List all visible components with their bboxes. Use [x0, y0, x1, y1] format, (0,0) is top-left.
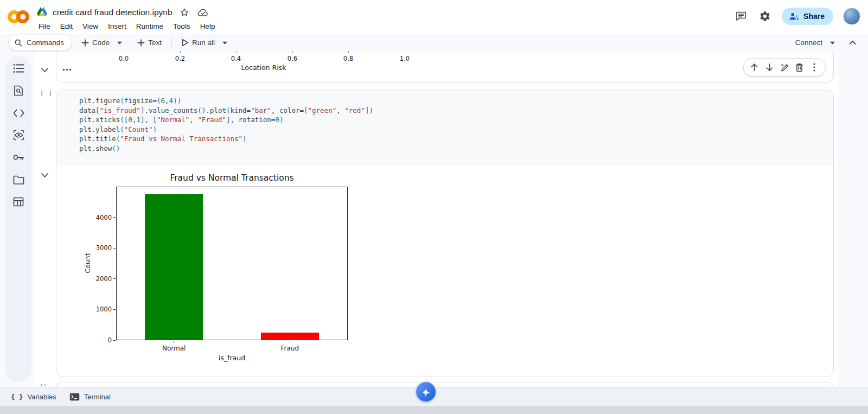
run-all-label: Run all: [192, 39, 215, 47]
add-text-button[interactable]: Text: [133, 36, 166, 49]
chart-y-tick-label: 4000: [63, 214, 112, 221]
gemini-spark-icon: [422, 387, 431, 397]
share-button[interactable]: Share: [782, 8, 833, 25]
delete-cell-icon[interactable]: [793, 61, 806, 74]
add-code-caret[interactable]: [114, 39, 125, 47]
chart-x-tick-label: Fraud: [257, 345, 322, 352]
notebook-content: 0.0 0.2 0.4 0.6 0.8 1.0 Location Risk: [34, 52, 838, 387]
move-cell-down-icon[interactable]: [763, 61, 776, 74]
chart-ylabel: Count: [84, 253, 92, 273]
chart-y-tick-mark: [113, 278, 116, 279]
find-replace-icon[interactable]: [9, 85, 28, 97]
chevron-up-icon: [849, 40, 856, 45]
commands-label: Commands: [27, 39, 64, 47]
chart-y-tick-label: 3000: [63, 244, 112, 252]
secrets-key-icon[interactable]: [9, 151, 28, 163]
add-code-label: Code: [92, 39, 110, 47]
prev-chart-xtick: 0.0: [119, 55, 129, 62]
code-cell: plt.figure(figsize=(6,4))data["is_fraud"…: [56, 90, 834, 377]
next-cell-partial: [56, 383, 834, 387]
chart-x-tick-mark: [174, 341, 174, 343]
connect-button[interactable]: Connect: [791, 36, 827, 49]
menu-insert[interactable]: Insert: [103, 21, 131, 32]
comments-icon[interactable]: [734, 9, 748, 23]
drive-icon: [37, 7, 47, 18]
chart-x-tick-label: Normal: [142, 345, 207, 352]
prev-chart-xtick: 0.8: [343, 55, 353, 62]
chart-title: Fraud vs Normal Transactions: [116, 173, 348, 183]
colab-logo[interactable]: [8, 9, 31, 24]
left-sidebar: [5, 62, 31, 208]
prev-chart-xtick: 0.6: [288, 55, 297, 62]
settings-gear-icon[interactable]: [758, 9, 772, 23]
terminal-button[interactable]: Terminal: [63, 387, 117, 406]
commands-search[interactable]: Commands: [9, 35, 72, 50]
star-icon[interactable]: [178, 6, 191, 19]
chart-y-tick-mark: [113, 217, 116, 218]
variable-inspector-eye-icon[interactable]: [9, 129, 28, 141]
variables-label: Variables: [28, 393, 56, 401]
toolbar-divider: [171, 37, 172, 48]
collapse-prev-output-chevron-icon[interactable]: [39, 65, 50, 75]
share-people-icon: [788, 12, 799, 21]
chevron-down-icon: [830, 41, 835, 44]
collapse-header-button[interactable]: [846, 38, 859, 47]
variables-braces-icon: { }: [11, 393, 23, 401]
chart-y-tick-mark: [113, 340, 116, 341]
window-bottom-strip: [0, 406, 868, 414]
plus-icon: [81, 39, 89, 47]
move-cell-up-icon[interactable]: [748, 61, 761, 74]
chart-y-tick-label: 1000: [63, 305, 112, 313]
prev-chart-xtick: 0.2: [175, 55, 185, 62]
add-code-button[interactable]: Code: [77, 36, 114, 49]
search-icon: [14, 39, 23, 47]
chart-bar: [145, 194, 203, 340]
code-editor[interactable]: plt.figure(figsize=(6,4))data["is_fraud"…: [56, 90, 833, 164]
menu-edit[interactable]: Edit: [55, 21, 78, 32]
avatar[interactable]: [843, 8, 860, 25]
chart-y-tick-mark: [113, 248, 116, 249]
variables-button[interactable]: { } Variables: [4, 387, 63, 406]
data-table-icon[interactable]: [9, 196, 28, 208]
run-all-button[interactable]: Run all: [177, 36, 219, 49]
more-cell-actions-icon[interactable]: [808, 61, 821, 74]
add-text-label: Text: [148, 39, 162, 47]
run-cell-button[interactable]: [ ]: [40, 90, 53, 97]
chart-xlabel: is_fraud: [116, 354, 348, 362]
plus-icon: [137, 39, 145, 47]
notebook-body: 0.0 0.2 0.4 0.6 0.8 1.0 Location Risk: [0, 52, 868, 387]
menu-tools[interactable]: Tools: [168, 21, 195, 32]
terminal-icon: [69, 393, 80, 401]
notebook-title[interactable]: credit card fraud detection.ipynb: [53, 8, 173, 17]
files-folder-icon[interactable]: [9, 174, 28, 186]
run-all-caret[interactable]: [219, 39, 231, 47]
table-of-contents-icon[interactable]: [9, 62, 28, 74]
app-header: credit card fraud detection.ipynb File E…: [0, 0, 868, 34]
menu-view[interactable]: View: [78, 21, 103, 32]
code-snippets-icon[interactable]: [9, 107, 28, 119]
more-output-options-icon[interactable]: [63, 69, 71, 71]
chart-y-tick-label: 0: [63, 336, 112, 344]
menu-help[interactable]: Help: [195, 21, 220, 32]
menu-file[interactable]: File: [34, 21, 55, 32]
chart-y-tick-mark: [113, 309, 116, 310]
cloud-saved-icon[interactable]: [196, 6, 209, 19]
gemini-spark-button[interactable]: [416, 382, 436, 402]
next-cell-gutter-dots: [41, 384, 46, 386]
menubar: File Edit View Insert Runtime Tools Help: [34, 21, 220, 32]
share-label: Share: [803, 12, 825, 21]
prev-chart-xlabel: Location Risk: [241, 63, 286, 72]
chevron-down-icon: [117, 41, 122, 44]
colab-logo-ring-right: [16, 10, 29, 23]
connect-caret[interactable]: [827, 39, 838, 47]
prev-chart-xtick: 1.0: [400, 55, 410, 62]
prev-chart-xtick: 0.4: [231, 55, 241, 62]
cell-toolbar: [743, 58, 826, 77]
play-icon: [182, 39, 189, 47]
chart-bar: [261, 333, 319, 340]
ai-edit-icon[interactable]: [778, 61, 791, 74]
chart-x-tick-mark: [290, 341, 290, 343]
collapse-output-chevron-icon[interactable]: [39, 170, 50, 181]
menu-runtime[interactable]: Runtime: [131, 21, 168, 32]
notebook-toolbar: Commands Code Text Run all Connect: [0, 34, 868, 52]
